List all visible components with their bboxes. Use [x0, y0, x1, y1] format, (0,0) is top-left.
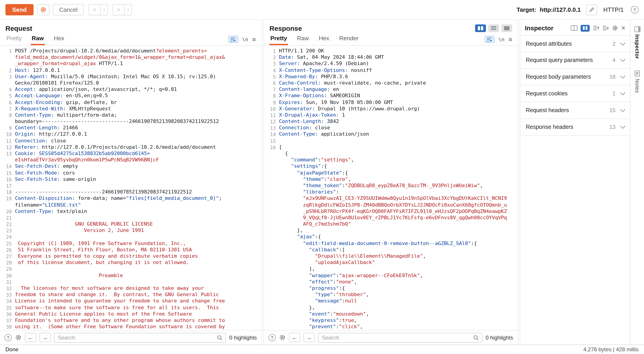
inspector-settings-button[interactable]: [612, 25, 618, 31]
inspector-layout-split-button[interactable]: [580, 25, 590, 31]
inspector-item-response-headers[interactable]: Response headers 13: [520, 119, 630, 136]
inspector-close-button[interactable]: ×: [621, 24, 626, 32]
layout-single-button[interactable]: [501, 24, 512, 32]
send-settings-button[interactable]: [37, 4, 49, 15]
code-segment: en-US,en;q=0.5: [63, 93, 108, 99]
response-tab-hex[interactable]: Hex: [318, 33, 330, 45]
code-segment: X-Drupal-Ajax-Token:: [279, 112, 339, 118]
request-search-help-button[interactable]: ?: [4, 334, 12, 341]
inspector-item-request-cookies[interactable]: Request cookies 1: [520, 85, 630, 102]
response-tabbar: Pretty Raw Hex Render \n ≡: [264, 33, 518, 46]
response-search-input[interactable]: [318, 333, 482, 343]
code-line: 10Origin: http://127.0.0.1: [2, 131, 261, 138]
code-segment: ;: [219, 195, 222, 201]
code-line: "theme_token":"ZQDBULqR8_eypZ8eA78_8azcT…: [266, 183, 518, 189]
code-line: 34License is intended to guarantee your …: [2, 298, 261, 305]
soft-wrap-toggle[interactable]: [228, 36, 238, 43]
code-segment: "ajax-wrapper--CFoEkE9TnSk": [339, 272, 420, 278]
side-rail: Inspector Notes: [630, 20, 644, 345]
response-search-settings-button[interactable]: [279, 334, 286, 341]
line-number: 19: [2, 195, 15, 202]
layout-columns-button[interactable]: [475, 24, 486, 32]
code-line: field_media_document/widget/0&ajax_form=…: [2, 54, 261, 61]
line-number: 5: [266, 74, 279, 80]
request-editor[interactable]: 1POST /Projects/drupal-10.2.6/media/add/…: [0, 46, 261, 330]
request-search-next-button[interactable]: →: [40, 333, 51, 342]
split-columns-icon: [585, 26, 587, 30]
line-number: 22: [2, 221, 15, 227]
code-text: Copyright (C) 1989, 1991 Free Software F…: [15, 240, 186, 247]
response-tab-raw[interactable]: Raw: [296, 33, 310, 45]
response-inspector-splitter[interactable]: [518, 20, 520, 345]
editor-menu-button[interactable]: ≡: [508, 36, 512, 42]
inspector-item-count: 13: [609, 124, 616, 130]
code-segment: User-Agent:: [15, 74, 48, 80]
line-number: [2, 54, 15, 61]
inspector-item-request-attributes[interactable]: Request attributes 2: [520, 35, 630, 52]
inspector-item-request-query-parameters[interactable]: Request query parameters 4: [520, 52, 630, 69]
response-search-prev-button[interactable]: ←: [289, 333, 300, 342]
request-search-input[interactable]: [54, 333, 226, 343]
code-line: 10X-Generator: Drupal 10 (https://www.dr…: [266, 106, 518, 112]
edit-target-button[interactable]: [586, 4, 597, 15]
show-newlines-toggle[interactable]: \n: [242, 36, 248, 42]
line-number: [266, 279, 279, 285]
response-metrics: 4,276 bytes | 428 millis: [583, 346, 638, 353]
help-icon[interactable]: ?: [631, 6, 638, 13]
code-segment: "theme": [303, 176, 324, 182]
code-segment: form-data; name=: [75, 195, 126, 201]
forward-dropdown-button[interactable]: ▾: [125, 4, 132, 15]
back-button[interactable]: <: [88, 4, 101, 15]
cancel-button[interactable]: Cancel: [53, 4, 84, 15]
soft-wrap-toggle[interactable]: [484, 36, 494, 43]
request-response-splitter[interactable]: [261, 20, 264, 345]
code-segment: :{: [315, 234, 321, 240]
editor-menu-button[interactable]: ≡: [252, 36, 256, 42]
request-tab-pretty[interactable]: Pretty: [6, 33, 23, 45]
rows-layout-icon: [491, 26, 496, 27]
code-line: 25 Copyright (C) 1989, 1991 Free Softwar…: [2, 240, 261, 247]
request-search-prev-button[interactable]: ←: [25, 333, 36, 342]
code-text: "uploadAjaxCallback": [279, 260, 375, 266]
inspector-item-request-body-parameters[interactable]: Request body parameters 18: [520, 69, 630, 85]
line-number: [266, 305, 279, 311]
line-number: [266, 170, 279, 176]
code-text: "event":"mousedown",: [279, 311, 369, 317]
line-number: [266, 285, 279, 292]
code-segment: http://127.0.0.1: [36, 131, 87, 137]
request-tab-hex[interactable]: Hex: [53, 33, 65, 45]
code-text: "command":"settings",: [279, 157, 354, 163]
request-tab-raw[interactable]: Raw: [31, 33, 44, 45]
line-number: 24: [2, 234, 15, 240]
rail-tab-notes[interactable]: Notes: [634, 69, 640, 95]
show-newlines-toggle[interactable]: \n: [498, 36, 504, 42]
response-tab-pretty[interactable]: Pretty: [270, 33, 288, 45]
code-segment: Accept-Language:: [15, 93, 63, 99]
response-search-next-button[interactable]: →: [304, 333, 315, 342]
code-text: Cache-Control: must-revalidate, no-cache…: [279, 80, 426, 86]
line-number: [266, 189, 279, 195]
request-search-settings-button[interactable]: [15, 334, 22, 341]
send-button[interactable]: Send: [6, 4, 34, 15]
forward-button[interactable]: >: [112, 4, 125, 15]
response-editor[interactable]: 1HTTP/1.1 200 OK2Date: Sat, 04 May 2024 …: [264, 46, 518, 330]
layout-rows-button[interactable]: [488, 24, 499, 32]
code-segment: "uploadAjaxCallback": [315, 260, 375, 265]
inspector-item-request-headers[interactable]: Request headers 15: [520, 102, 630, 119]
code-segment: "Drupal\\file\\Element\\ManagedFile": [315, 253, 423, 259]
code-segment: _pS9HLbR7ROcrPX4f-eqKGrOQ00FAFYFsR7IFZL9…: [303, 208, 507, 214]
code-segment: [279, 183, 303, 188]
status-bar: Done 4,276 bytes | 428 millis: [0, 345, 644, 354]
code-line: 15Sec-Fetch-Mode: cors: [2, 170, 261, 176]
collapse-all-button[interactable]: [592, 25, 599, 31]
back-dropdown-button[interactable]: ▾: [101, 4, 108, 15]
expand-all-button[interactable]: [602, 25, 608, 31]
hamburger-menu-icon: ≡: [252, 36, 256, 43]
code-text: X-Generator: Drupal 10 (https://www.drup…: [279, 106, 420, 112]
inspector-layout-single-button[interactable]: [570, 25, 577, 31]
rail-tab-inspector[interactable]: Inspector: [634, 24, 640, 61]
code-text: eIsHfaaETVr3av95yvbqQhzn0kom1P5wPcNSqB2V…: [15, 157, 159, 163]
response-tab-render[interactable]: Render: [338, 33, 359, 45]
response-search-help-button[interactable]: ?: [268, 334, 276, 341]
code-segment: ],: [279, 266, 315, 272]
